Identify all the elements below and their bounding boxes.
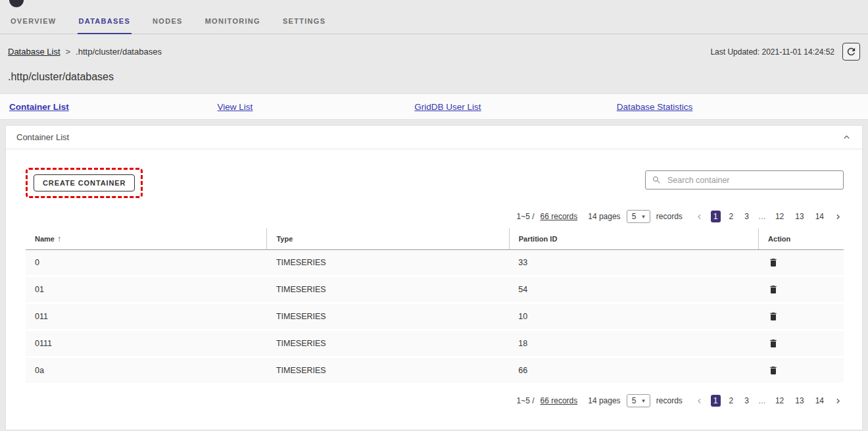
chevron-up-icon	[842, 132, 852, 142]
container-list-panel-header: Container List	[6, 126, 862, 149]
tab-monitoring[interactable]: MONITORING	[204, 11, 262, 34]
prev-page-icon[interactable]	[694, 213, 705, 221]
container-partition-id: 33	[509, 250, 758, 276]
tab-nodes[interactable]: NODES	[151, 11, 184, 34]
page-ellipsis: …	[758, 212, 767, 221]
trash-icon	[768, 311, 779, 322]
quick-link-cell: GridDB User List	[414, 101, 616, 113]
delete-container-button[interactable]	[768, 311, 779, 322]
page-ellipsis: …	[758, 396, 767, 405]
next-page-icon[interactable]	[832, 213, 844, 221]
section-links-bar: Container List View List GridDB User Lis…	[0, 93, 868, 120]
page-number-13[interactable]: 13	[792, 395, 806, 407]
top-nav-bar: OVERVIEW DATABASES NODES MONITORING SETT…	[0, 0, 868, 34]
records-label: records	[656, 212, 683, 221]
page-size-value: 5	[632, 396, 637, 405]
app-logo	[9, 0, 24, 7]
container-name-link[interactable]: 01	[26, 276, 267, 303]
refresh-icon	[846, 46, 857, 57]
page-number-12[interactable]: 12	[773, 211, 786, 222]
page-number-3[interactable]: 3	[742, 211, 752, 222]
page-number-13[interactable]: 13	[792, 211, 806, 222]
column-header-partition-id[interactable]: Partition ID	[509, 228, 758, 250]
table-row: 011 TIMESERIES 10	[26, 303, 844, 330]
container-name-link[interactable]: 0a	[26, 357, 267, 384]
container-table: Name↑ Type Partition ID Action 0 TIMESER…	[26, 228, 844, 385]
page-number-2[interactable]: 2	[727, 395, 736, 407]
pagination-bottom: 1~5 / 66 records 14 pages 5 ▾ records 1 …	[26, 394, 844, 407]
container-toolbar: CREATE CONTAINER	[26, 168, 844, 199]
view-list-link[interactable]: View List	[218, 102, 253, 112]
container-table-header-row: Name↑ Type Partition ID Action	[26, 228, 844, 250]
container-name-link[interactable]: 011	[26, 303, 267, 330]
annotation-highlight-box: CREATE CONTAINER	[26, 168, 143, 198]
griddb-user-list-link[interactable]: GridDB User List	[414, 102, 481, 112]
sort-asc-icon: ↑	[57, 234, 61, 243]
records-count-link[interactable]: 66 records	[541, 396, 578, 405]
table-row: 0111 TIMESERIES 18	[26, 330, 844, 357]
delete-container-button[interactable]	[768, 257, 779, 268]
trash-icon	[768, 257, 779, 268]
trash-icon	[768, 365, 779, 376]
container-list-panel-title: Container List	[16, 132, 69, 142]
breadcrumb-current: .http/cluster/databases	[76, 47, 162, 57]
page-number-3[interactable]: 3	[742, 395, 752, 407]
trash-icon	[768, 284, 779, 295]
pages-count-text: 14 pages	[588, 212, 620, 221]
caret-down-icon: ▾	[642, 213, 645, 220]
page-number-12[interactable]: 12	[773, 395, 786, 407]
container-type: TIMESERIES	[267, 357, 509, 384]
database-statistics-link[interactable]: Database Statistics	[617, 102, 693, 112]
tab-settings[interactable]: SETTINGS	[281, 11, 327, 34]
container-name-link[interactable]: 0111	[26, 330, 267, 357]
breadcrumb-right: Last Updated: 2021-11-01 14:24:52	[710, 43, 860, 61]
column-header-type[interactable]: Type	[267, 228, 509, 250]
collapse-container-list-button[interactable]	[842, 132, 852, 142]
container-search-box	[645, 170, 844, 190]
create-container-button[interactable]: CREATE CONTAINER	[34, 174, 135, 191]
delete-container-button[interactable]	[768, 338, 779, 349]
container-partition-id: 66	[509, 357, 758, 384]
container-type: TIMESERIES	[267, 303, 509, 330]
container-action-cell	[759, 303, 844, 330]
column-name-label: Name	[35, 235, 55, 243]
page-size-select[interactable]: 5 ▾	[627, 210, 650, 223]
column-header-name[interactable]: Name↑	[26, 228, 267, 250]
pagination-top: 1~5 / 66 records 14 pages 5 ▾ records 1 …	[26, 210, 844, 223]
next-page-icon[interactable]	[832, 397, 844, 405]
search-container-input[interactable]	[666, 175, 837, 186]
page-title: .http/cluster/databases	[0, 66, 868, 93]
record-range-text: 1~5 /	[517, 396, 535, 405]
prev-page-icon[interactable]	[694, 397, 705, 405]
search-icon	[652, 175, 662, 185]
tab-databases[interactable]: DATABASES	[78, 11, 132, 34]
record-range-text: 1~5 /	[517, 212, 535, 221]
page-number-1[interactable]: 1	[711, 395, 721, 407]
breadcrumb-database-list-link[interactable]: Database List	[8, 47, 60, 57]
records-label: records	[656, 396, 683, 405]
container-type: TIMESERIES	[267, 250, 509, 276]
delete-container-button[interactable]	[768, 284, 779, 295]
page-number-2[interactable]: 2	[727, 211, 736, 222]
container-action-cell	[759, 357, 844, 384]
container-list-link[interactable]: Container List	[9, 102, 69, 112]
quick-link-cell: View List	[218, 101, 415, 113]
container-partition-id: 54	[509, 276, 758, 303]
last-updated-text: Last Updated: 2021-11-01 14:24:52	[710, 47, 834, 57]
page-number-14[interactable]: 14	[813, 395, 827, 407]
refresh-button[interactable]	[842, 43, 860, 61]
delete-container-button[interactable]	[768, 365, 779, 376]
table-row: 0 TIMESERIES 33	[26, 250, 844, 276]
container-type: TIMESERIES	[267, 276, 509, 303]
container-name-link[interactable]: 0	[26, 250, 267, 276]
records-count-link[interactable]: 66 records	[541, 212, 578, 221]
container-list-panel: Container List CREATE CONTAINER 1~5 / 66…	[5, 125, 863, 430]
page-number-14[interactable]: 14	[813, 211, 827, 222]
container-action-cell	[759, 276, 844, 303]
quick-link-cell: Database Statistics	[617, 101, 859, 113]
page-number-1[interactable]: 1	[711, 211, 721, 222]
breadcrumb-separator: >	[66, 47, 71, 57]
tab-overview[interactable]: OVERVIEW	[9, 11, 58, 34]
nav-tabs: OVERVIEW DATABASES NODES MONITORING SETT…	[0, 11, 868, 34]
page-size-select[interactable]: 5 ▾	[627, 394, 650, 407]
